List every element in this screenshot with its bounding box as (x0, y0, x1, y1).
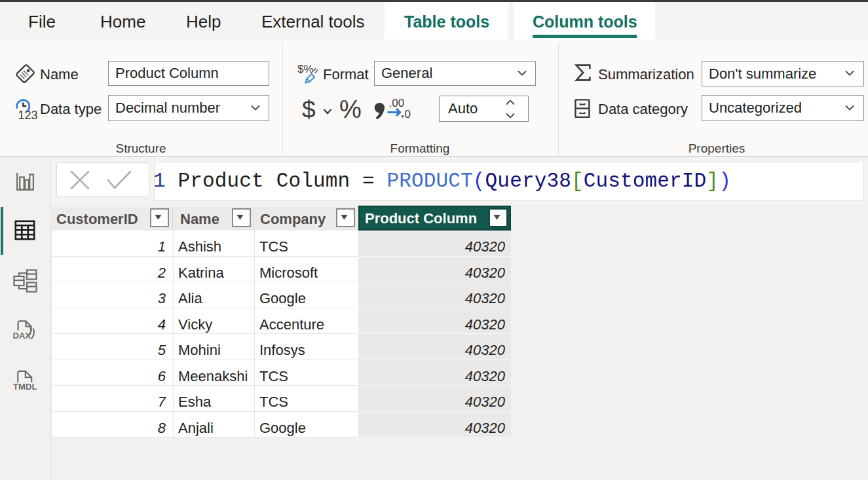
svg-text:%: % (339, 96, 362, 123)
svg-text:0: 0 (405, 108, 411, 120)
svg-text:123: 123 (18, 109, 38, 120)
svg-text:DAX: DAX (13, 331, 31, 341)
svg-text:$: $ (302, 96, 316, 123)
svg-text:.00: .00 (389, 97, 405, 109)
svg-text:$%: $% (297, 63, 314, 75)
svg-text:TMDL: TMDL (13, 382, 37, 392)
